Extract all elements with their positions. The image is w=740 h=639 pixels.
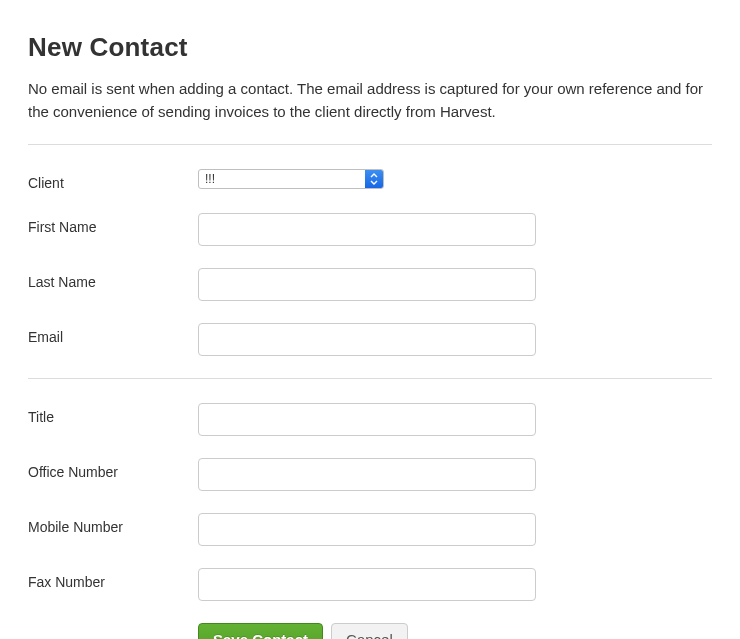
page-description: No email is sent when adding a contact. … [28, 77, 712, 124]
client-select[interactable]: !!! [198, 169, 384, 189]
title-label: Title [28, 403, 198, 425]
cancel-button[interactable]: Cancel [331, 623, 408, 640]
office-number-input[interactable] [198, 458, 536, 491]
email-label: Email [28, 323, 198, 345]
office-number-label: Office Number [28, 458, 198, 480]
email-input[interactable] [198, 323, 536, 356]
page-title: New Contact [28, 32, 712, 63]
chevron-up-down-icon [365, 170, 383, 188]
section-divider-2 [28, 378, 712, 379]
last-name-input[interactable] [198, 268, 536, 301]
mobile-number-label: Mobile Number [28, 513, 198, 535]
mobile-number-input[interactable] [198, 513, 536, 546]
save-contact-button[interactable]: Save Contact [198, 623, 323, 640]
section-divider [28, 144, 712, 145]
first-name-input[interactable] [198, 213, 536, 246]
first-name-label: First Name [28, 213, 198, 235]
client-select-value: !!! [199, 170, 365, 188]
last-name-label: Last Name [28, 268, 198, 290]
client-label: Client [28, 169, 198, 191]
fax-number-label: Fax Number [28, 568, 198, 590]
title-input[interactable] [198, 403, 536, 436]
fax-number-input[interactable] [198, 568, 536, 601]
